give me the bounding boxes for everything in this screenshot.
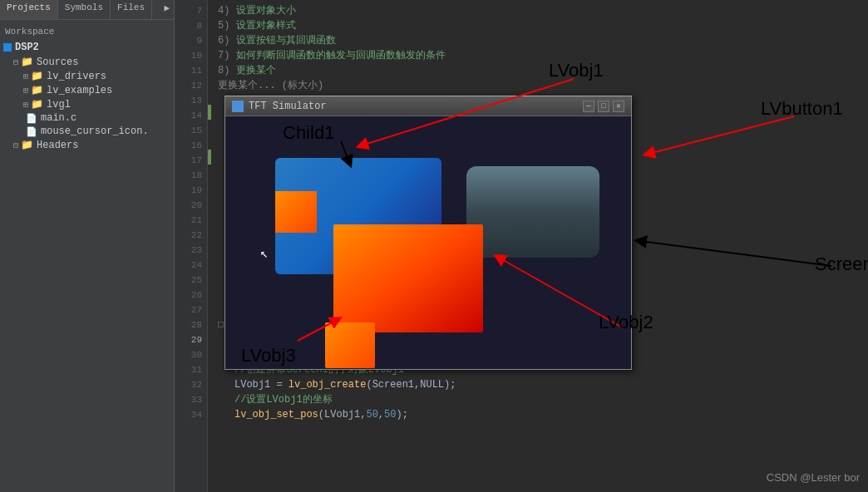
sources-label: Sources: [37, 57, 78, 68]
line-8: 8: [175, 18, 207, 33]
line-17: 17: [175, 153, 207, 168]
code-area: 7 8 9 10 11 12 13 14 15 16 17 18 19 20 2…: [175, 0, 868, 492]
line-9: 9: [175, 33, 207, 48]
mouse-cursor: ↖: [260, 245, 269, 262]
mouse-cursor-icon: 📄: [26, 126, 37, 137]
line-24: 24: [175, 258, 207, 273]
folder-icon: 📁: [21, 56, 33, 68]
tree-area: Workspace DSP2 ⊟ 📁 Sources ⊞ 📁 lv_driver…: [0, 20, 174, 492]
tft-minimize-btn[interactable]: —: [583, 101, 594, 112]
tft-simulator-window[interactable]: TFT Simulator — □ ✕ ↖: [224, 96, 632, 370]
right-panel: 7 8 9 10 11 12 13 14 15 16 17 18 19 20 2…: [175, 0, 868, 492]
lvgl-item[interactable]: ⊞ 📁 lvgl: [0, 97, 174, 111]
line-18: 18: [175, 168, 207, 183]
code-line-12: 更换某个... (标大小): [218, 78, 861, 93]
main-c-item[interactable]: 📄 main.c: [0, 111, 174, 125]
line-19: 19: [175, 183, 207, 198]
code-line-10: 7) 如何判断回调函数的触发与回调函数触发的条件: [218, 48, 861, 63]
line-29: 29: [175, 332, 207, 347]
watermark: CSDN @Lester bor: [767, 471, 860, 484]
tft-controls: — □ ✕: [583, 101, 624, 112]
workspace-label: Workspace: [0, 23, 174, 40]
lvgl-label: lvgl: [47, 99, 71, 111]
line-30: 30: [175, 347, 207, 362]
lv-examples-label: lv_examples: [47, 85, 112, 96]
lv-drivers-expand: ⊞: [23, 71, 28, 81]
code-line-33: //设置LVobj1的坐标: [218, 392, 861, 407]
lv-examples-item[interactable]: ⊞ 📁 lv_examples: [0, 83, 174, 97]
main-c-icon: 📄: [26, 113, 37, 124]
headers-expand: ⊟: [13, 140, 18, 150]
line-14: 14: [175, 108, 207, 123]
code-line-8: 5) 设置对象样式: [218, 18, 861, 33]
line-7: 7: [175, 3, 207, 18]
line-numbers: 7 8 9 10 11 12 13 14 15 16 17 18 19 20 2…: [175, 0, 208, 492]
lv-examples-expand: ⊞: [23, 86, 28, 96]
line-28: 28: [175, 317, 207, 332]
headers-item[interactable]: ⊟ 📁 Headers: [0, 138, 174, 152]
line-22: 22: [175, 228, 207, 243]
line-11: 11: [175, 63, 207, 78]
line-12: 12: [175, 78, 207, 93]
lv-obj1-corner: [275, 191, 317, 233]
sources-item[interactable]: ⊟ 📁 Sources: [0, 55, 174, 69]
code-line-9: 6) 设置按钮与其回调函数: [218, 33, 861, 48]
lv-drivers-item[interactable]: ⊞ 📁 lv_drivers: [0, 69, 174, 83]
line-23: 23: [175, 243, 207, 258]
tft-title-icon: [232, 101, 244, 112]
lv-drivers-folder: 📁: [31, 70, 43, 82]
left-panel: Projects Symbols Files ▶ Workspace DSP2 …: [0, 0, 175, 492]
line-26: 26: [175, 288, 207, 303]
tft-title-text: TFT Simulator: [249, 101, 583, 112]
project-label-text: DSP2: [15, 42, 39, 53]
line-32: 32: [175, 377, 207, 392]
line-13: 13: [175, 93, 207, 108]
headers-label: Headers: [37, 140, 78, 151]
line-10: 10: [175, 48, 207, 63]
line-21: 21: [175, 213, 207, 228]
expand-icon: ⊟: [13, 57, 18, 67]
code-line-7: 4) 设置对象大小: [218, 3, 861, 18]
line-15: 15: [175, 123, 207, 138]
line-25: 25: [175, 273, 207, 288]
lvgl-expand: ⊞: [23, 100, 28, 110]
mouse-cursor-label: mouse_cursor_icon.: [41, 125, 149, 137]
project-item[interactable]: DSP2: [0, 40, 174, 55]
code-line-32: LVobj1 = lv_obj_create(Screen1,NULL);: [218, 377, 861, 392]
code-line-34: lv_obj_set_pos(LVobj1,50,50);: [218, 407, 861, 422]
line-31: 31: [175, 362, 207, 377]
line-33: 33: [175, 392, 207, 407]
mouse-cursor-item[interactable]: 📄 mouse_cursor_icon.: [0, 125, 174, 138]
lv-button1: [466, 166, 599, 258]
main-c-label: main.c: [41, 112, 76, 124]
tft-titlebar: TFT Simulator — □ ✕: [225, 96, 631, 116]
tft-maximize-btn[interactable]: □: [598, 101, 609, 112]
tft-close-btn[interactable]: ✕: [613, 101, 624, 112]
line-20: 20: [175, 198, 207, 213]
tft-content: ↖: [225, 116, 631, 369]
line-34: 34: [175, 407, 207, 422]
code-line-11: 8) 更换某个: [218, 63, 861, 78]
tab-symbols[interactable]: Symbols: [58, 0, 111, 19]
lv-obj2: [333, 224, 483, 332]
tab-projects[interactable]: Projects: [0, 0, 58, 19]
line-16: 16: [175, 138, 207, 153]
tab-files[interactable]: Files: [111, 0, 152, 19]
lv-examples-folder: 📁: [31, 84, 43, 96]
line-27: 27: [175, 303, 207, 317]
tab-arrow[interactable]: ▶: [160, 0, 174, 19]
lv-drivers-label: lv_drivers: [47, 71, 106, 82]
lv-obj3: [325, 322, 375, 368]
lvgl-folder: 📁: [31, 98, 43, 111]
project-icon: [3, 43, 12, 52]
headers-folder: 📁: [21, 139, 33, 151]
tabs-bar: Projects Symbols Files ▶: [0, 0, 174, 20]
